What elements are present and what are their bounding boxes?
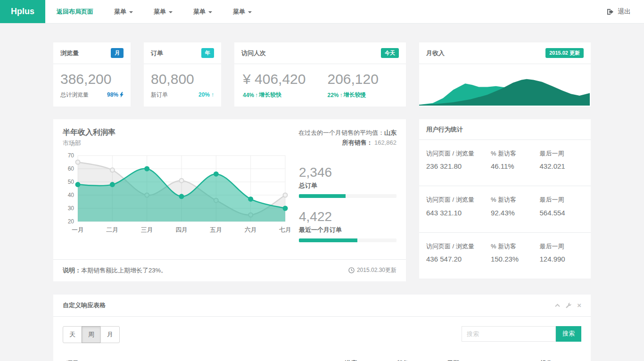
brand-logo[interactable]: Hplus [0, 0, 45, 23]
nav-menu-4[interactable]: 菜单 [233, 8, 252, 16]
widget-orders-title: 订单 [151, 49, 163, 57]
search-button[interactable]: 搜索 [556, 326, 581, 342]
week-button[interactable]: 周 [82, 326, 101, 343]
nav-menu-2[interactable]: 菜单 [154, 8, 173, 16]
svg-text:四月: 四月 [175, 226, 188, 233]
widget-visits-title: 访问人次 [241, 49, 266, 57]
caret-down-icon [129, 11, 133, 13]
avg-label: 在过去的一个月销售的平均值： [298, 129, 384, 136]
column-header-date: 日期 [447, 359, 540, 361]
behavior-row: 访问页面 / 浏览量643 321.10 % 新访客92.43% 最后一周564… [419, 186, 591, 232]
total-orders-label: 总订单 [299, 181, 396, 190]
level-up-icon: ↑ [211, 91, 214, 98]
period-button-group: 天 周 月 [63, 326, 120, 343]
visits-amount-note: 增长较快 [259, 91, 281, 99]
visits-count: 206,120 [327, 71, 378, 87]
column-header-action: 操作 [540, 359, 578, 361]
monthly-revenue-chart [419, 64, 591, 106]
sales-value: 162,862 [374, 139, 396, 146]
avg-value: 山东 [384, 129, 396, 136]
svg-text:60: 60 [68, 165, 74, 172]
svg-text:40: 40 [68, 192, 74, 198]
views-value: 386,200 [60, 71, 124, 87]
behavior-title: 用户行为统计 [426, 125, 463, 134]
widget-views-title: 浏览量 [60, 49, 79, 57]
caret-down-icon [248, 11, 252, 13]
month-orders-progress-fill [299, 238, 357, 242]
total-orders-progress [299, 194, 396, 198]
svg-text:七月: 七月 [279, 226, 291, 233]
svg-text:六月: 六月 [245, 226, 257, 233]
profit-subtitle: 市场部 [63, 139, 116, 148]
widget-visits: 访问人次 今天 ¥ 406,420 44% ↑ 增长较快 206,120 22% [234, 42, 406, 107]
visits-amount: ¥ 406,420 [243, 71, 305, 87]
visits-count-note: 增长较慢 [344, 91, 366, 99]
note-label: 说明： [63, 267, 81, 274]
month-orders-value: 4,422 [299, 209, 396, 224]
monthly-badge: 2015.02 更新 [545, 48, 584, 58]
month-button[interactable]: 月 [100, 326, 120, 343]
orders-label: 新订单 [151, 91, 168, 99]
svg-text:二月: 二月 [106, 226, 118, 233]
table-header-row: 项目 进度 任务 日期 操作 [63, 355, 581, 361]
svg-text:三月: 三月 [141, 226, 153, 233]
logout-button[interactable]: 退出 [607, 0, 631, 23]
svg-text:一月: 一月 [72, 226, 84, 233]
widget-visits-badge: 今天 [381, 48, 399, 58]
svg-text:30: 30 [68, 205, 74, 212]
caret-down-icon [208, 11, 212, 13]
profit-card: 半年收入利润率 市场部 在过去的一个月销售的平均值：山东 所有销售： 162,8… [53, 119, 406, 281]
note-text: 本期销售额比上期增长了23%。 [81, 267, 167, 274]
svg-text:70: 70 [68, 153, 74, 159]
total-orders-progress-fill [299, 194, 346, 198]
monthly-title: 月收入 [426, 49, 445, 57]
total-orders-value: 2,346 [299, 165, 396, 180]
views-percent: 98% [107, 91, 118, 98]
close-icon[interactable]: × [577, 303, 581, 308]
column-header-item: 项目 [66, 359, 345, 361]
svg-text:五月: 五月 [210, 226, 222, 233]
stats-row: 浏览量 月 386,200 总计浏览量 98% 订单 年 80, [53, 42, 591, 107]
orders-value: 80,800 [151, 71, 214, 87]
visits-amount-pct: 44% [243, 92, 254, 98]
nav-menu-1[interactable]: 菜单 [114, 8, 133, 16]
svg-text:50: 50 [68, 179, 74, 185]
sign-out-icon [607, 8, 614, 15]
month-orders-label: 最近一个月订单 [299, 226, 396, 234]
column-header-task: 任务 [396, 359, 447, 361]
updated-text: 2015.02.30更新 [357, 266, 396, 274]
table-panel-title: 自定义响应表格 [63, 301, 106, 310]
sales-label: 所有销售： [342, 139, 372, 146]
column-header-progress: 进度 [345, 359, 396, 361]
behavior-row: 访问页面 / 浏览量436 547.20 % 新访客150.23% 最后一周12… [419, 233, 591, 279]
widget-monthly-revenue: 月收入 2015.02 更新 [419, 42, 591, 107]
orders-percent: 20% [198, 91, 210, 98]
level-up-icon: ↑ [255, 92, 258, 98]
bolt-icon [120, 92, 124, 98]
widget-views-badge: 月 [111, 48, 124, 58]
level-up-icon: ↑ [340, 92, 343, 98]
visits-count-pct: 22% [327, 92, 339, 98]
day-button[interactable]: 天 [63, 326, 82, 343]
nav-menu-3[interactable]: 菜单 [193, 8, 212, 16]
profit-title: 半年收入利润率 [63, 128, 116, 138]
widget-orders-badge: 年 [201, 48, 214, 58]
profit-chart: 203040506070一月二月三月四月五月六月七月 [63, 153, 291, 254]
svg-text:20: 20 [68, 218, 74, 225]
caret-down-icon [169, 11, 173, 13]
search-input[interactable] [462, 326, 556, 342]
behavior-row: 访问页面 / 浏览量236 321.80 % 新访客46.11% 最后一周432… [419, 140, 591, 186]
behavior-card: 用户行为统计 访问页面 / 浏览量236 321.80 % 新访客46.11% … [419, 119, 591, 279]
widget-orders: 订单 年 80,800 新订单 20% ↑ [144, 42, 221, 107]
widget-views: 浏览量 月 386,200 总计浏览量 98% [53, 42, 131, 107]
wrench-icon[interactable] [566, 303, 571, 308]
month-orders-progress [299, 238, 396, 242]
custom-table-panel: 自定义响应表格 × 天 周 月 搜索 [53, 295, 591, 361]
nav-links: 返回布局页面 菜单 菜单 菜单 菜单 [45, 0, 272, 23]
clock-icon [348, 267, 355, 273]
top-navbar: Hplus 返回布局页面 菜单 菜单 菜单 菜单 退出 [0, 0, 644, 24]
collapse-icon[interactable] [555, 304, 560, 307]
nav-back-to-layout[interactable]: 返回布局页面 [57, 8, 93, 16]
views-label: 总计浏览量 [60, 91, 89, 99]
